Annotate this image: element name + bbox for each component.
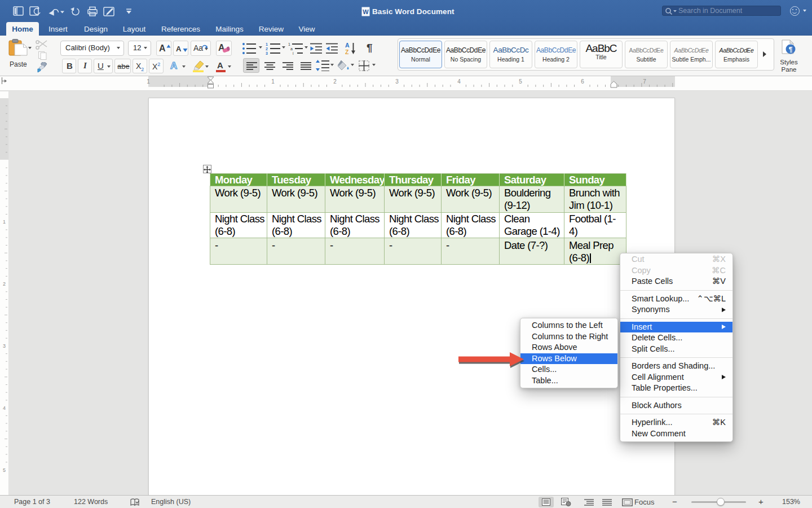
- svg-text:2: 2: [333, 78, 337, 85]
- svg-text:1: 1: [266, 42, 268, 46]
- svg-text:6: 6: [581, 78, 584, 85]
- svg-text:1: 1: [271, 78, 275, 85]
- svg-text:3: 3: [266, 51, 268, 55]
- svg-text:2: 2: [266, 47, 268, 51]
- svg-text:W: W: [363, 8, 369, 15]
- svg-text:Z: Z: [345, 49, 349, 55]
- svg-text:2: 2: [3, 281, 6, 287]
- svg-text:5: 5: [3, 467, 6, 473]
- svg-text:4: 4: [3, 405, 6, 411]
- svg-text:4: 4: [457, 78, 461, 85]
- svg-text:3: 3: [3, 343, 6, 349]
- svg-text:1: 1: [147, 78, 150, 85]
- svg-text:1: 1: [288, 42, 290, 46]
- svg-text:i: i: [293, 51, 294, 55]
- svg-text:¶: ¶: [789, 46, 793, 54]
- svg-text:1: 1: [3, 219, 6, 225]
- svg-text:5: 5: [519, 78, 522, 85]
- svg-text:A: A: [345, 42, 350, 49]
- svg-text:3: 3: [395, 78, 399, 85]
- svg-text:a: a: [290, 47, 293, 51]
- svg-text:7: 7: [643, 78, 646, 85]
